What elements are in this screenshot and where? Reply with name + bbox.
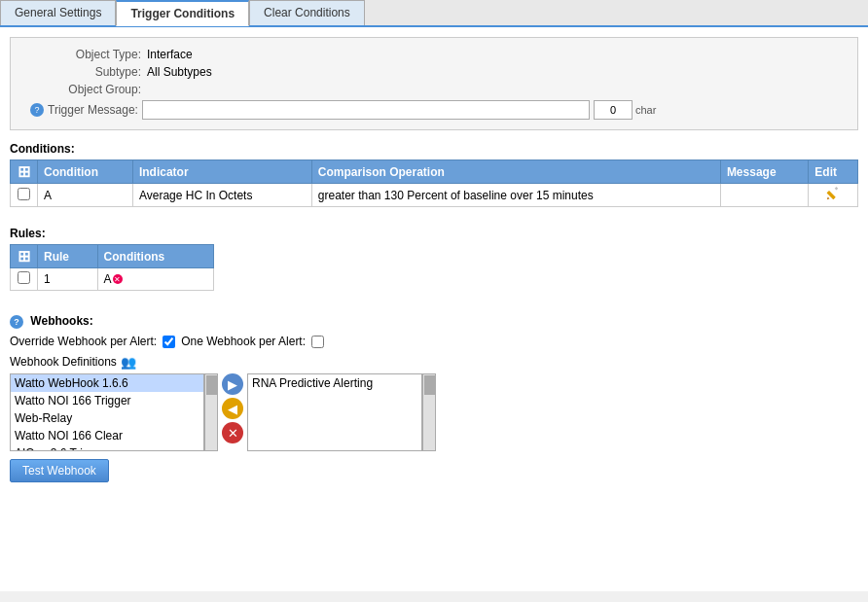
char-label: char: [635, 104, 656, 116]
col-rule: Rule: [38, 245, 98, 268]
subtype-row: Subtype: All Subtypes: [30, 65, 838, 79]
webhook-list-scrollbar[interactable]: [204, 373, 218, 451]
char-count-input[interactable]: [594, 100, 633, 120]
webhook-list-scrollbar-thumb: [206, 375, 218, 395]
one-per-alert-label: One Webhook per Alert:: [181, 335, 306, 348]
move-left-button[interactable]: ◀: [222, 398, 243, 419]
condition-message: [720, 184, 808, 207]
trigger-message-label: Trigger Message:: [48, 103, 142, 117]
col-conditions: Conditions: [97, 245, 213, 268]
object-group-label: Object Group:: [30, 83, 147, 96]
trigger-message-help-icon[interactable]: ?: [30, 103, 44, 117]
object-type-label: Object Type:: [30, 48, 147, 61]
condition-row: A Average HC In Octets greater than 130 …: [11, 184, 858, 207]
condition-checkbox[interactable]: [18, 188, 30, 200]
rule-condition-letter: A: [104, 272, 112, 286]
rule-number: 1: [38, 268, 98, 291]
webhook-result-scrollbar[interactable]: [422, 373, 436, 451]
webhooks-title: ? Webhooks:: [10, 314, 858, 329]
object-group-row: Object Group:: [30, 83, 838, 96]
conditions-table: ⊞ Condition Indicator Comparison Operati…: [10, 159, 858, 207]
webhook-list-container: Watto WebHook 1.6.6 Watto NOI 166 Trigge…: [10, 373, 218, 451]
rule-checkbox[interactable]: [18, 271, 30, 284]
webhooks-title-text: Webhooks:: [30, 314, 92, 328]
arrow-buttons: ▶ ◀ ✕: [222, 373, 243, 443]
rule-conditions-cell: A ✕: [97, 268, 213, 291]
rules-title: Rules:: [10, 227, 858, 240]
override-label: Override Webhook per Alert:: [10, 335, 157, 348]
move-right-button[interactable]: ▶: [222, 373, 243, 395]
webhook-item-3[interactable]: Watto NOI 166 Clear: [11, 427, 203, 444]
webhook-defs-label: Webhook Definitions 👥: [10, 354, 858, 370]
rules-section: Rules: ⊞ Rule Conditions: [10, 227, 858, 291]
subtype-value: All Subtypes: [147, 65, 212, 79]
webhook-result-scrollbar-thumb: [424, 375, 436, 395]
webhook-defs-text: Webhook Definitions: [10, 355, 117, 369]
webhook-item-4[interactable]: AIOps 3.6 Trigger: [11, 444, 203, 451]
svg-marker-0: [827, 197, 830, 200]
delete-button[interactable]: ✕: [222, 422, 243, 443]
conditions-section: Conditions: ⊞ Condition Indicator Compar…: [10, 142, 858, 207]
trigger-message-row: ? Trigger Message: char: [30, 100, 838, 120]
webhook-result-box[interactable]: RNA Predictive Alerting: [247, 373, 422, 451]
condition-comparison: greater than 130 Percent of baseline ove…: [311, 184, 720, 207]
webhook-result-item-0[interactable]: RNA Predictive Alerting: [252, 376, 417, 390]
conditions-title: Conditions:: [10, 142, 858, 156]
col-condition: Condition: [38, 160, 133, 184]
webhook-result-container: RNA Predictive Alerting: [247, 373, 436, 451]
col-message: Message: [720, 160, 808, 184]
webhook-item-0[interactable]: Watto WebHook 1.6.6: [11, 374, 203, 392]
rule-condition-badge: A ✕: [104, 272, 123, 286]
svg-marker-2: [835, 187, 839, 191]
trigger-message-input[interactable]: [142, 100, 590, 120]
webhook-item-1[interactable]: Watto NOI 166 Trigger: [11, 392, 203, 409]
webhooks-help-icon[interactable]: ?: [10, 315, 23, 329]
col-edit: Edit: [809, 160, 858, 184]
main-content: Object Type: Interface Subtype: All Subt…: [0, 27, 868, 591]
conditions-select-all-header[interactable]: ⊞: [11, 160, 38, 184]
webhook-item-2[interactable]: Web-Relay: [11, 409, 203, 427]
tab-trigger-conditions[interactable]: Trigger Conditions: [116, 0, 249, 26]
rule-condition-remove-icon[interactable]: ✕: [113, 274, 123, 284]
rule-row: 1 A ✕: [11, 268, 214, 291]
col-comparison: Comparison Operation: [311, 160, 720, 184]
people-icon: 👥: [121, 354, 136, 370]
info-section: Object Type: Interface Subtype: All Subt…: [10, 37, 858, 130]
override-row: Override Webhook per Alert: One Webhook …: [10, 335, 858, 348]
webhook-list-box[interactable]: Watto WebHook 1.6.6 Watto NOI 166 Trigge…: [10, 373, 204, 451]
tab-bar: General Settings Trigger Conditions Clea…: [0, 0, 868, 27]
rule-checkbox-cell[interactable]: [11, 268, 38, 291]
webhooks-section: ? Webhooks: Override Webhook per Alert: …: [10, 314, 858, 482]
test-webhook-button[interactable]: Test Webhook: [10, 459, 109, 482]
override-checkbox[interactable]: [163, 336, 175, 348]
col-indicator: Indicator: [132, 160, 311, 184]
condition-indicator: Average HC In Octets: [132, 184, 311, 207]
one-per-alert-checkbox[interactable]: [311, 336, 324, 348]
object-type-row: Object Type: Interface: [30, 48, 838, 61]
condition-checkbox-cell[interactable]: [11, 184, 38, 207]
condition-edit-cell[interactable]: [809, 184, 858, 207]
condition-edit-icon[interactable]: [826, 190, 840, 203]
object-type-value: Interface: [147, 48, 193, 61]
rules-table: ⊞ Rule Conditions 1 A ✕: [10, 244, 214, 291]
subtype-label: Subtype:: [30, 65, 147, 79]
tab-clear-conditions[interactable]: Clear Conditions: [249, 0, 365, 25]
rules-select-all-header[interactable]: ⊞: [11, 245, 38, 268]
webhook-panel: Watto WebHook 1.6.6 Watto NOI 166 Trigge…: [10, 373, 858, 451]
condition-value: A: [38, 184, 133, 207]
tab-general-settings[interactable]: General Settings: [0, 0, 116, 25]
